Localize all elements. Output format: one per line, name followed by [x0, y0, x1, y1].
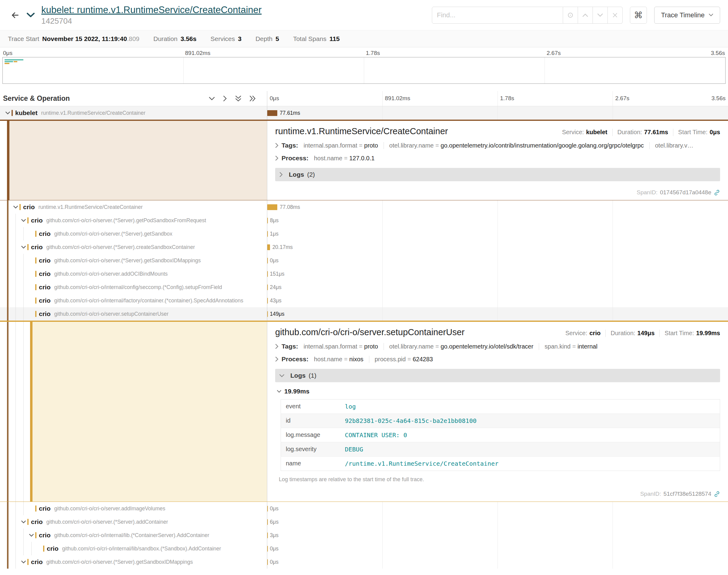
span-expand-chevron[interactable]	[20, 246, 27, 249]
keyboard-shortcuts-button[interactable]: ⌘	[630, 7, 647, 24]
logs-accordian-toggle[interactable]: Logs (1)	[275, 369, 720, 382]
trace-title-link[interactable]: kubelet: runtime.v1.RuntimeService/Creat…	[41, 5, 262, 15]
back-button[interactable]	[8, 8, 23, 23]
span-expand-chevron[interactable]	[20, 219, 27, 222]
span-expand-chevron[interactable]	[20, 520, 27, 523]
span-row[interactable]: crio github.com/cri-o/cri-o/server.addIm…	[0, 502, 728, 515]
span-service-name: crio	[31, 558, 43, 566]
span-row[interactable]: crio github.com/cri-o/cri-o/server.addOC…	[0, 267, 728, 280]
collapse-trace-header-button[interactable]	[24, 10, 37, 20]
span-timeline-cell: 20.17ms	[267, 240, 728, 254]
span-row[interactable]: crio github.com/cri-o/cri-o/server.(*Ser…	[0, 515, 728, 529]
span-bar[interactable]	[267, 204, 277, 210]
span-expand-chevron[interactable]	[4, 111, 11, 114]
indent-guide	[15, 214, 16, 227]
ruler-tick: 3.56s	[712, 95, 726, 102]
span-row[interactable]: crio github.com/cri-o/cri-o/server.(*Ser…	[0, 214, 728, 227]
span-service-name: crio	[31, 217, 43, 224]
span-bar[interactable]	[267, 506, 268, 512]
span-bar[interactable]	[267, 519, 268, 525]
span-operation-name: github.com/cri-o/cri-o/server.(*Server).…	[46, 217, 206, 224]
span-expand-chevron[interactable]	[28, 534, 35, 537]
span-row[interactable]: crio github.com/cri-o/cri-o/internal/lib…	[0, 529, 728, 542]
expand-one-level-button[interactable]	[223, 96, 227, 101]
span-operation-name: github.com/cri-o/cri-o/server.(*Server).…	[54, 231, 172, 237]
span-color-indicator	[43, 546, 44, 552]
indent-guide	[7, 200, 8, 214]
span-color-indicator	[35, 505, 36, 512]
span-row[interactable]: crio github.com/cri-o/cri-o/server.(*Ser…	[0, 254, 728, 267]
span-row[interactable]: crio github.com/cri-o/cri-o/server.(*Ser…	[0, 555, 728, 569]
span-color-indicator	[27, 519, 29, 525]
process-accordian[interactable]: Process: host.name = nixosprocess.pid = …	[275, 356, 720, 363]
span-row[interactable]: crio github.com/cri-o/cri-o/server.(*Ser…	[0, 240, 728, 254]
indent-guide	[23, 322, 24, 502]
log-entry-toggle[interactable]: 19.99ms	[277, 388, 720, 395]
span-bar[interactable]	[267, 258, 268, 264]
span-expand-chevron[interactable]	[20, 561, 27, 564]
indent-guide	[7, 542, 8, 555]
span-bar[interactable]	[267, 298, 268, 304]
span-row[interactable]: crio github.com/cri-o/cri-o/internal/lib…	[0, 542, 728, 555]
span-duration-label: 0μs	[270, 258, 278, 264]
span-color-indicator	[35, 311, 36, 317]
minimap-span	[5, 59, 23, 60]
tags-accordian[interactable]: Tags: internal.span.format = protootel.l…	[275, 343, 720, 350]
span-bar[interactable]	[267, 244, 270, 250]
command-icon: ⌘	[634, 10, 643, 20]
trace-view-selector[interactable]: Trace Timeline	[654, 7, 720, 24]
span-operation-name: github.com/cri-o/cri-o/server.setupConta…	[54, 311, 169, 317]
chevron-right-icon	[275, 143, 278, 148]
ruler-tick: 891.02ms	[385, 95, 410, 102]
span-bar[interactable]	[267, 311, 268, 317]
span-duration-label: 149μs	[270, 311, 285, 317]
span-bar[interactable]	[267, 284, 268, 290]
span-timeline-cell: 151μs	[267, 267, 728, 280]
find-input[interactable]	[432, 7, 563, 24]
chevron-up-icon	[583, 13, 588, 17]
process-accordian[interactable]: Process: host.name = 127.0.0.1	[275, 155, 720, 162]
copy-link-icon[interactable]	[714, 190, 720, 196]
span-expand-chevron[interactable]	[12, 206, 19, 209]
log-field-row: log.severityDEBUG	[281, 442, 720, 456]
span-detail-meta: Service:kubelet Duration:77.61ms Start T…	[562, 129, 720, 136]
span-bar[interactable]	[267, 271, 268, 277]
indent-guide	[7, 515, 8, 529]
span-operation-name: github.com/cri-o/cri-o/internal/lib/sand…	[62, 546, 221, 552]
trace-page-header: kubelet: runtime.v1.RuntimeService/Creat…	[0, 0, 728, 30]
span-row[interactable]: kubelet runtime.v1.RuntimeService/Create…	[0, 106, 728, 120]
clear-find-button[interactable]	[608, 7, 623, 24]
collapse-all-button[interactable]	[235, 96, 241, 101]
span-duration-label: 8μs	[270, 217, 279, 224]
summary-item: Duration3.56s	[153, 35, 197, 42]
indent-guide	[7, 254, 8, 267]
span-row[interactable]: crio runtime.v1.RuntimeService/CreateCon…	[0, 200, 728, 214]
copy-link-icon[interactable]	[714, 491, 720, 497]
log-fields-table: eventlogid92b82381-025c-4a64-815c-ba2e1b…	[280, 399, 720, 471]
logs-accordian-toggle[interactable]: Logs (2)	[275, 168, 720, 181]
span-row[interactable]: crio github.com/cri-o/cri-o/server.setup…	[0, 307, 728, 320]
span-bar[interactable]	[267, 110, 277, 116]
next-match-button[interactable]	[593, 7, 608, 24]
indent-guide	[7, 294, 8, 307]
span-timeline-cell: 0μs	[267, 555, 728, 569]
log-entry-time: 19.99ms	[284, 388, 309, 395]
previous-match-button[interactable]	[578, 7, 593, 24]
collapse-one-level-button[interactable]	[209, 96, 215, 101]
minimap-canvas[interactable]	[2, 57, 726, 84]
focus-match-button[interactable]	[563, 7, 578, 24]
minimap-tick: 1.78s	[366, 50, 380, 57]
indent-guide	[15, 227, 16, 240]
span-row[interactable]: crio github.com/cri-o/cri-o/internal/fac…	[0, 294, 728, 307]
tags-accordian[interactable]: Tags: internal.span.format = protootel.l…	[275, 142, 720, 149]
span-bar[interactable]	[267, 533, 268, 538]
span-detail-panel-setupcontaineruser: github.com/cri-o/cri-o/server.setupConta…	[0, 320, 728, 502]
span-row[interactable]: crio github.com/cri-o/cri-o/internal/con…	[0, 280, 728, 294]
span-bar[interactable]	[267, 231, 268, 237]
span-row[interactable]: crio github.com/cri-o/cri-o/server.(*Ser…	[0, 227, 728, 240]
span-bar[interactable]	[267, 546, 268, 552]
expand-all-button[interactable]	[250, 96, 256, 101]
span-bar[interactable]	[267, 559, 268, 565]
span-bar[interactable]	[267, 218, 268, 224]
chevron-down-icon	[709, 14, 713, 16]
